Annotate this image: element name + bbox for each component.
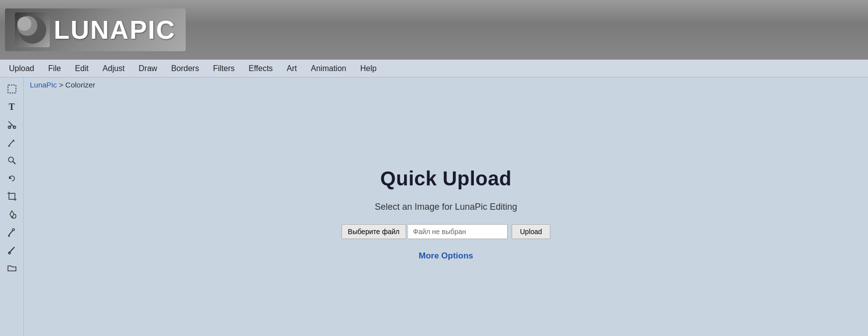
nav-file[interactable]: File (41, 60, 68, 77)
upload-subtitle: Select an Image for LunaPic Editing (375, 202, 517, 212)
file-upload-row: Выберите файл Файл не выбран Upload (341, 224, 550, 239)
folder-tool[interactable] (4, 260, 19, 275)
breadcrumb: LunaPic > Colorizer (24, 78, 868, 92)
nav-draw[interactable]: Draw (132, 60, 164, 77)
file-choose-button[interactable]: Выберите файл (341, 224, 406, 239)
svg-line-20 (9, 230, 13, 235)
zoom-tool[interactable] (4, 153, 19, 168)
logo-text: LUNAPIC (54, 15, 176, 45)
header: LUNAPIC (0, 0, 868, 60)
upload-button[interactable]: Upload (512, 224, 550, 239)
more-options-link[interactable]: More Options (419, 251, 473, 261)
breadcrumb-separator: > (57, 81, 65, 89)
nav-filters[interactable]: Filters (206, 60, 242, 77)
svg-marker-14 (9, 177, 11, 178)
svg-point-12 (8, 157, 13, 162)
logo-icon (15, 12, 50, 47)
quick-upload-title: Quick Upload (380, 168, 512, 190)
main-layout: T (0, 78, 868, 336)
upload-area: Quick Upload Select an Image for LunaPic… (24, 92, 868, 336)
svg-rect-3 (8, 85, 16, 93)
svg-rect-15 (9, 193, 15, 199)
nav-effects[interactable]: Effects (241, 60, 280, 77)
svg-line-13 (13, 162, 15, 164)
selection-tool[interactable] (4, 82, 19, 96)
content: LunaPic > Colorizer Quick Upload Select … (24, 78, 868, 336)
eyedropper-tool[interactable] (4, 225, 19, 240)
nav-adjust[interactable]: Adjust (96, 60, 131, 77)
nav-upload[interactable]: Upload (2, 60, 41, 77)
svg-line-11 (13, 140, 14, 142)
breadcrumb-current: Colorizer (65, 81, 95, 89)
svg-point-2 (17, 17, 31, 31)
text-tool[interactable]: T (4, 99, 19, 114)
nav-animation[interactable]: Animation (304, 60, 353, 77)
navbar: Upload File Edit Adjust Draw Borders Fil… (0, 60, 868, 78)
toolbar: T (0, 78, 24, 336)
svg-line-8 (8, 121, 12, 125)
svg-marker-10 (8, 146, 9, 146)
nav-borders[interactable]: Borders (164, 60, 206, 77)
nav-help[interactable]: Help (353, 60, 384, 77)
pencil-tool[interactable] (4, 135, 19, 150)
rotate-tool[interactable] (4, 171, 19, 186)
moon-icon (17, 15, 47, 45)
cut-tool[interactable] (4, 117, 19, 132)
fill-tool[interactable] (4, 207, 19, 222)
brush-tool[interactable] (4, 243, 19, 257)
breadcrumb-home[interactable]: LunaPic (30, 81, 57, 89)
nav-edit[interactable]: Edit (68, 60, 96, 77)
svg-point-21 (12, 229, 14, 231)
file-name-display: Файл не выбран (408, 224, 508, 239)
nav-art[interactable]: Art (280, 60, 304, 77)
logo-container: LUNAPIC (5, 8, 186, 51)
crop-tool[interactable] (4, 189, 19, 204)
svg-marker-22 (8, 235, 9, 237)
